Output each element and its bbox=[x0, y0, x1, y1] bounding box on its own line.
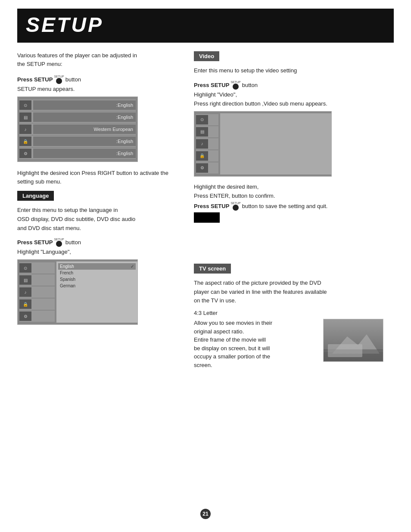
press-setup-save: Press SETUP SETUP button to save the set… bbox=[194, 202, 383, 211]
video-row-3: ♪ bbox=[196, 138, 218, 149]
save-setup-icon: SETUP bbox=[230, 202, 240, 211]
header-bar: SETUP bbox=[17, 9, 394, 43]
setup-button-icon: SETUP bbox=[54, 75, 64, 84]
video-badge: Video bbox=[194, 51, 219, 61]
direction-text: Press right direction button ,Video sub … bbox=[194, 100, 383, 107]
black-placeholder bbox=[194, 212, 220, 223]
menu-row-3: ♪ Western European bbox=[19, 124, 136, 135]
video-desc: Enter this menu to setup the video setti… bbox=[194, 66, 383, 75]
video-row-4: 🔒 bbox=[196, 150, 218, 162]
tv-screen-badge: TV screen bbox=[194, 264, 231, 274]
desired-item-text: Highlight the desired item, bbox=[194, 184, 383, 190]
lang-menu-mock: ⊙ ▤ ♪ 🔒 ⚙ English ✓ bbox=[17, 259, 138, 325]
page-number: 21 bbox=[200, 509, 211, 519]
video-sub-panel bbox=[220, 113, 331, 174]
menu-icon-setup: ⚙ bbox=[19, 149, 31, 158]
lang-sub-panel: English ✓ French Spanish German bbox=[56, 261, 137, 323]
press-setup-main: Press SETUP SETUP button bbox=[17, 75, 177, 84]
video-row-5: ⚙ bbox=[196, 162, 218, 174]
menu-row-4: 🔒 :English bbox=[19, 136, 136, 147]
lang-row-3: ♪ bbox=[19, 286, 55, 298]
lang-row-5: ⚙ bbox=[19, 311, 55, 322]
lang-sub-item-4: German bbox=[58, 283, 136, 289]
button-label: button bbox=[65, 76, 81, 83]
lang-row-4: 🔒 bbox=[19, 299, 55, 310]
video-menu-mock: ⊙ ▤ ♪ 🔒 ⚙ bbox=[194, 111, 332, 177]
highlight-desired-text: Highlight the desired icon Press RIGHT b… bbox=[17, 169, 177, 186]
video-row-2: ▤ bbox=[196, 126, 218, 137]
tv-ratio-title: 4:3 Letter bbox=[194, 310, 383, 316]
intro-text: Various features of the player can be ad… bbox=[17, 51, 177, 68]
highlight-video-text: Highlight "Video", bbox=[194, 91, 383, 98]
menu-row-1: ⊙ :English bbox=[19, 100, 136, 111]
left-column: Various features of the player can be ad… bbox=[17, 51, 185, 369]
tv-desc: The aspect ratio of the picture provided… bbox=[194, 279, 383, 305]
svg-rect-3 bbox=[324, 350, 383, 352]
highlight-language-text: Highlight "Language", bbox=[17, 249, 177, 255]
tv-allow-text: Allow you to see movies in their origina… bbox=[194, 319, 318, 369]
press-setup-label: Press SETUP bbox=[17, 76, 53, 83]
enter-confirm-text: Press ENTER, button to confirm. bbox=[194, 193, 383, 199]
tv-image bbox=[323, 319, 383, 362]
menu-row-5: ⚙ :English bbox=[19, 148, 136, 159]
setup-menu-mock: ⊙ :English ▤ :English ♪ Western European… bbox=[17, 96, 138, 162]
menu-icon-menu: ▤ bbox=[19, 112, 31, 122]
page-title: SETUP bbox=[26, 13, 385, 37]
menu-icon-lock: 🔒 bbox=[19, 137, 31, 146]
lang-press-setup: Press SETUP bbox=[17, 239, 53, 246]
save-press-setup: Press SETUP bbox=[194, 203, 229, 209]
tv-content-row: Allow you to see movies in their origina… bbox=[194, 319, 383, 369]
right-column: Video Enter this menu to setup the video… bbox=[185, 51, 383, 369]
video-row-1: ⊙ bbox=[196, 114, 218, 125]
save-quit-text: button to save the setting and quit. bbox=[242, 203, 328, 209]
language-desc: Enter this menu to setup the language in… bbox=[17, 206, 177, 233]
lang-button-label: button bbox=[65, 239, 81, 246]
menu-appears-text: SETUP menu appears. bbox=[17, 86, 177, 92]
lang-row-2: ▤ bbox=[19, 274, 55, 286]
video-press-setup: Press SETUP bbox=[194, 82, 229, 88]
lang-sub-item-1: English ✓ bbox=[58, 263, 136, 270]
menu-icon-disc: ⊙ bbox=[19, 100, 31, 110]
video-button-label: button bbox=[242, 82, 258, 88]
menu-icon-audio: ♪ bbox=[19, 124, 31, 134]
menu-row-2: ▤ :English bbox=[19, 112, 136, 123]
video-setup-icon: SETUP bbox=[230, 81, 240, 90]
press-setup-video: Press SETUP SETUP button bbox=[194, 81, 383, 90]
lang-sub-item-3: Spanish bbox=[58, 276, 136, 283]
lang-setup-icon: SETUP bbox=[54, 238, 64, 247]
lang-sub-item-2: French bbox=[58, 270, 136, 276]
lang-row-1: ⊙ bbox=[19, 262, 55, 274]
language-badge: Language bbox=[17, 191, 54, 201]
press-setup-language: Press SETUP SETUP button bbox=[17, 238, 177, 247]
